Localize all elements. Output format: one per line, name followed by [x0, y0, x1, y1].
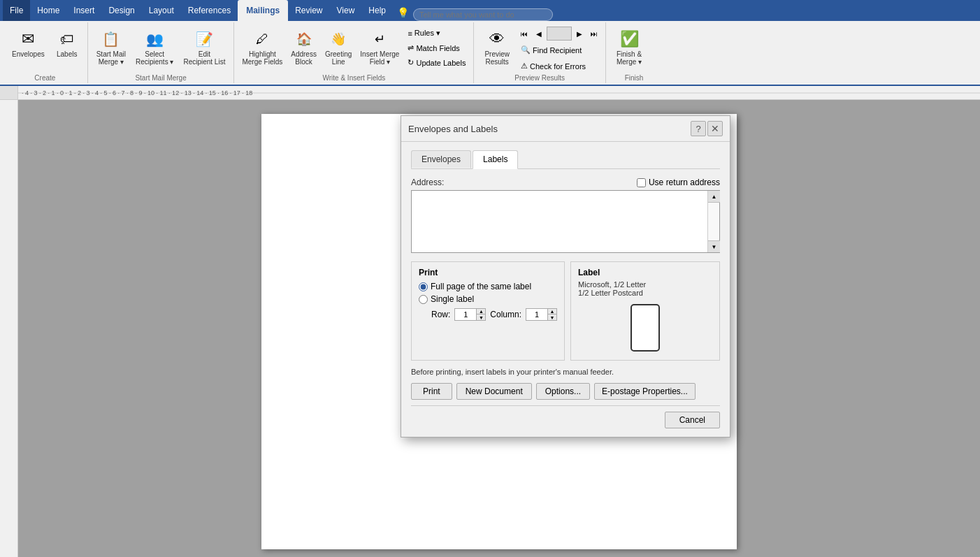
envelopes-button[interactable]: ✉ Envelopes [7, 25, 50, 61]
preview-results-group-label: Preview Results [478, 73, 601, 83]
tab-home[interactable]: Home [30, 0, 66, 21]
tab-help[interactable]: Help [361, 0, 393, 21]
insert-merge-field-button[interactable]: ↵ Insert MergeField ▾ [356, 25, 403, 68]
nav-last-button[interactable]: ⏭ [587, 27, 601, 41]
find-recipient-icon: 🔍 [521, 45, 531, 55]
use-return-address-label: Use return address [649, 178, 720, 187]
nav-next-button[interactable]: ▶ [572, 27, 586, 41]
highlight-icon: 🖊 [251, 28, 273, 50]
dialog-body: Envelopes Labels Address: Use return add… [401, 142, 730, 437]
row-spinner-arrows: ▲ ▼ [477, 308, 486, 321]
highlight-label: HighlightMerge Fields [242, 50, 282, 66]
horizontal-ruler: · 4 · 3 · 2 · 1 · 0 · 1 · 2 · 3 · 4 · 5 … [0, 86, 980, 100]
start-mail-merge-group-label: Start Mail Merge [92, 73, 230, 83]
tab-insert[interactable]: Insert [66, 0, 101, 21]
label-section-title: Label [578, 268, 712, 277]
row-down-arrow[interactable]: ▼ [477, 314, 486, 321]
update-labels-label: Update Labels [416, 59, 466, 67]
scroll-up-button[interactable]: ▲ [708, 191, 720, 203]
update-labels-icon: ↻ [408, 58, 414, 67]
start-mail-merge-button[interactable]: 📋 Start MailMerge ▾ [92, 25, 130, 68]
lightbulb-icon: 💡 [393, 4, 413, 21]
column-spinner: ▲ ▼ [526, 308, 557, 321]
greeting-line-icon: 👋 [327, 28, 350, 50]
new-document-button[interactable]: New Document [456, 383, 532, 400]
envelopes-label: Envelopes [12, 50, 45, 58]
action-buttons-row: Print New Document Options... E-postage … [411, 383, 720, 400]
labels-button[interactable]: 🏷 Labels [51, 25, 83, 61]
col-down-arrow[interactable]: ▼ [548, 314, 557, 321]
row-up-arrow[interactable]: ▲ [477, 308, 486, 314]
tab-review[interactable]: Review [288, 0, 329, 21]
match-fields-button[interactable]: ⇌ Match Fields [404, 41, 469, 55]
edit-recipient-list-button[interactable]: 📝 EditRecipient List [179, 25, 229, 68]
finish-group-label: Finish [610, 73, 658, 83]
dialog-titlebar: Envelopes and Labels ? ✕ [401, 116, 730, 142]
envelopes-labels-dialog: Envelopes and Labels ? ✕ Envelopes Label… [401, 115, 730, 437]
column-value-input[interactable] [526, 308, 548, 321]
tab-labels[interactable]: Labels [473, 150, 518, 169]
nav-first-button[interactable]: ⏮ [517, 27, 531, 41]
find-recipient-button[interactable]: 🔍 Find Recipient [517, 43, 601, 57]
col-up-arrow[interactable]: ▲ [548, 308, 557, 314]
address-textarea-wrapper: ▲ ▼ [411, 190, 720, 253]
ribbon-content: ✉ Envelopes 🏷 Labels Create 📋 Start Mail… [0, 21, 980, 86]
ribbon: File Home Insert Design Layout Reference… [0, 0, 980, 86]
finish-merge-icon: ✅ [618, 28, 640, 50]
tab-file[interactable]: File [3, 0, 30, 21]
tab-layout[interactable]: Layout [142, 0, 181, 21]
greeting-line-label: GreetingLine [325, 50, 352, 66]
dialog-title: Envelopes and Labels [408, 124, 498, 134]
ribbon-group-finish: ✅ Finish &Merge ▾ Finish [606, 22, 662, 83]
use-return-address-row: Use return address [637, 178, 720, 187]
cancel-button[interactable]: Cancel [665, 412, 720, 428]
select-recipients-icon: 👥 [143, 28, 166, 50]
tab-design[interactable]: Design [101, 0, 141, 21]
update-labels-button[interactable]: ↻ Update Labels [404, 56, 469, 69]
address-block-button[interactable]: 🏠 AddressBlock [287, 25, 320, 68]
preview-results-icon: 👁 [486, 28, 508, 50]
match-fields-icon: ⇌ [408, 43, 414, 52]
full-page-radio[interactable] [419, 282, 428, 291]
address-textarea[interactable] [412, 191, 707, 252]
address-block-label: AddressBlock [291, 50, 317, 66]
preview-results-button[interactable]: 👁 PreviewResults [478, 25, 516, 68]
print-button[interactable]: Print [411, 383, 452, 400]
ruler-track: · 4 · 3 · 2 · 1 · 0 · 1 · 2 · 3 · 4 · 5 … [18, 86, 980, 99]
highlight-merge-fields-button[interactable]: 🖊 HighlightMerge Fields [238, 25, 286, 68]
address-row: Address: Use return address [411, 178, 720, 187]
rules-button[interactable]: ≡ Rules ▾ [404, 27, 469, 40]
greeting-line-button[interactable]: 👋 GreetingLine [322, 25, 355, 68]
vertical-ruler [0, 100, 18, 557]
scroll-down-button[interactable]: ▼ [708, 240, 720, 252]
options-button[interactable]: Options... [536, 383, 590, 400]
preview-results-label: PreviewResults [484, 50, 510, 66]
nav-prev-button[interactable]: ◀ [532, 27, 546, 41]
tab-envelopes[interactable]: Envelopes [411, 150, 471, 168]
use-return-address-checkbox[interactable] [637, 178, 646, 187]
e-postage-properties-button[interactable]: E-postage Properties... [594, 383, 696, 400]
tell-me-input[interactable] [413, 8, 553, 21]
row-value-input[interactable] [454, 308, 477, 321]
ribbon-group-create: ✉ Envelopes 🏷 Labels Create [3, 22, 88, 83]
single-label-label: Single label [431, 294, 474, 304]
dialog-help-button[interactable]: ? [691, 121, 706, 136]
info-text: Before printing, insert labels in your p… [411, 368, 720, 376]
ruler-corner [0, 86, 18, 99]
dialog-close-button[interactable]: ✕ [707, 121, 723, 136]
finish-merge-label: Finish &Merge ▾ [617, 50, 642, 66]
ribbon-tabs-row: File Home Insert Design Layout Reference… [0, 0, 980, 21]
label-name-line1: Microsoft, 1/2 Letter [578, 280, 712, 289]
single-label-radio[interactable] [419, 295, 428, 304]
create-group-label: Create [7, 73, 83, 83]
tab-mailings[interactable]: Mailings [238, 0, 288, 21]
select-recipients-button[interactable]: 👥 SelectRecipients ▾ [131, 25, 178, 68]
match-fields-label: Match Fields [416, 44, 459, 52]
tab-view[interactable]: View [330, 0, 362, 21]
check-errors-label: Check for Errors [530, 62, 586, 71]
tab-references[interactable]: References [181, 0, 238, 21]
finish-merge-button[interactable]: ✅ Finish &Merge ▾ [610, 25, 648, 68]
check-for-errors-button[interactable]: ⚠ Check for Errors [517, 59, 601, 73]
select-recipients-label: SelectRecipients ▾ [136, 50, 173, 66]
rules-label: Rules ▾ [415, 29, 440, 38]
